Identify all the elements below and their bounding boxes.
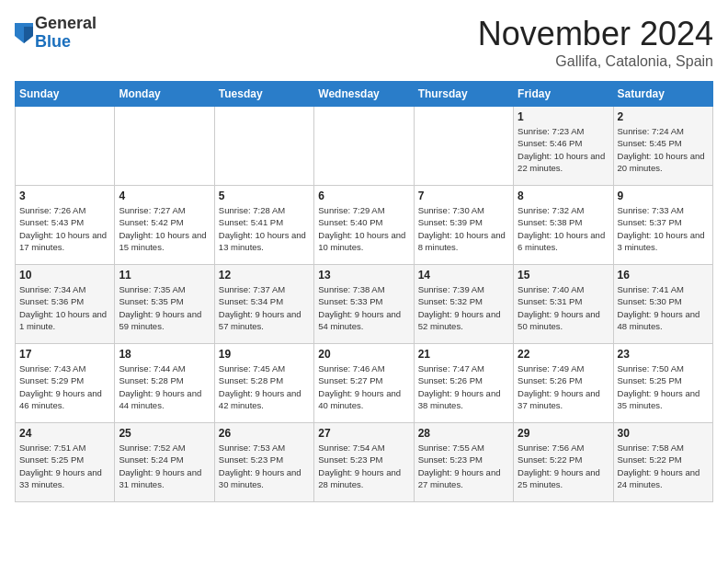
calendar-cell: 7Sunrise: 7:30 AM Sunset: 5:39 PM Daylig…	[414, 186, 513, 265]
calendar-cell	[214, 107, 313, 186]
day-number: 25	[119, 427, 210, 440]
week-row-3: 10Sunrise: 7:34 AM Sunset: 5:36 PM Dayli…	[16, 265, 713, 344]
calendar-table: Sunday Monday Tuesday Wednesday Thursday…	[15, 81, 713, 502]
calendar-cell: 11Sunrise: 7:35 AM Sunset: 5:35 PM Dayli…	[115, 265, 214, 344]
day-info: Sunrise: 7:29 AM Sunset: 5:40 PM Dayligh…	[318, 204, 409, 253]
logo-icon	[15, 23, 33, 43]
calendar-cell: 27Sunrise: 7:54 AM Sunset: 5:23 PM Dayli…	[314, 423, 414, 502]
day-info: Sunrise: 7:58 AM Sunset: 5:22 PM Dayligh…	[618, 442, 709, 490]
day-number: 7	[418, 190, 509, 202]
calendar-cell: 30Sunrise: 7:58 AM Sunset: 5:22 PM Dayli…	[613, 423, 712, 502]
location: Gallifa, Catalonia, Spain	[478, 53, 713, 70]
day-number: 3	[19, 190, 110, 202]
day-number: 26	[219, 427, 310, 440]
logo-general: General	[35, 14, 97, 32]
day-number: 18	[119, 348, 210, 361]
day-info: Sunrise: 7:30 AM Sunset: 5:39 PM Dayligh…	[418, 204, 509, 253]
header-row: Sunday Monday Tuesday Wednesday Thursday…	[16, 82, 713, 107]
calendar-cell: 6Sunrise: 7:29 AM Sunset: 5:40 PM Daylig…	[314, 186, 414, 265]
calendar-cell	[314, 107, 414, 186]
calendar-cell: 19Sunrise: 7:45 AM Sunset: 5:28 PM Dayli…	[214, 344, 313, 423]
day-number: 8	[518, 190, 609, 202]
col-monday: Monday	[115, 82, 214, 107]
title-block: November 2024 Gallifa, Catalonia, Spain	[478, 15, 713, 70]
day-info: Sunrise: 7:41 AM Sunset: 5:30 PM Dayligh…	[618, 283, 709, 332]
day-number: 10	[19, 269, 110, 282]
day-number: 21	[418, 348, 509, 361]
logo-text: General Blue	[35, 15, 97, 52]
calendar-cell: 2Sunrise: 7:24 AM Sunset: 5:45 PM Daylig…	[613, 107, 712, 186]
day-number: 22	[518, 348, 609, 361]
day-info: Sunrise: 7:34 AM Sunset: 5:36 PM Dayligh…	[19, 283, 110, 332]
col-tuesday: Tuesday	[214, 82, 313, 107]
calendar-cell	[414, 107, 513, 186]
calendar-cell: 10Sunrise: 7:34 AM Sunset: 5:36 PM Dayli…	[16, 265, 115, 344]
day-number: 13	[318, 269, 409, 282]
day-info: Sunrise: 7:49 AM Sunset: 5:26 PM Dayligh…	[518, 362, 609, 411]
day-number: 4	[119, 190, 210, 202]
day-number: 28	[418, 427, 509, 440]
day-info: Sunrise: 7:24 AM Sunset: 5:45 PM Dayligh…	[618, 125, 709, 174]
day-number: 19	[219, 348, 310, 361]
day-info: Sunrise: 7:35 AM Sunset: 5:35 PM Dayligh…	[119, 283, 210, 332]
calendar-cell: 3Sunrise: 7:26 AM Sunset: 5:43 PM Daylig…	[16, 186, 115, 265]
day-info: Sunrise: 7:28 AM Sunset: 5:41 PM Dayligh…	[219, 204, 310, 253]
calendar-cell: 23Sunrise: 7:50 AM Sunset: 5:25 PM Dayli…	[613, 344, 712, 423]
day-number: 12	[219, 269, 310, 282]
logo-blue: Blue	[35, 32, 71, 51]
col-sunday: Sunday	[16, 82, 115, 107]
col-saturday: Saturday	[613, 82, 712, 107]
day-info: Sunrise: 7:45 AM Sunset: 5:28 PM Dayligh…	[219, 362, 310, 411]
svg-marker-1	[24, 27, 33, 43]
calendar-cell: 5Sunrise: 7:28 AM Sunset: 5:41 PM Daylig…	[214, 186, 313, 265]
month-title: November 2024	[478, 15, 713, 53]
calendar-cell: 8Sunrise: 7:32 AM Sunset: 5:38 PM Daylig…	[514, 186, 613, 265]
day-info: Sunrise: 7:33 AM Sunset: 5:37 PM Dayligh…	[618, 204, 709, 253]
calendar-cell: 12Sunrise: 7:37 AM Sunset: 5:34 PM Dayli…	[214, 265, 313, 344]
calendar-cell: 21Sunrise: 7:47 AM Sunset: 5:26 PM Dayli…	[414, 344, 513, 423]
calendar-cell: 24Sunrise: 7:51 AM Sunset: 5:25 PM Dayli…	[16, 423, 115, 502]
day-info: Sunrise: 7:23 AM Sunset: 5:46 PM Dayligh…	[518, 125, 609, 174]
day-number: 14	[418, 269, 509, 282]
col-wednesday: Wednesday	[314, 82, 414, 107]
day-number: 29	[518, 427, 609, 440]
day-number: 24	[19, 427, 110, 440]
week-row-1: 1Sunrise: 7:23 AM Sunset: 5:46 PM Daylig…	[16, 107, 713, 186]
calendar-cell: 13Sunrise: 7:38 AM Sunset: 5:33 PM Dayli…	[314, 265, 414, 344]
day-number: 15	[518, 269, 609, 282]
calendar-cell: 25Sunrise: 7:52 AM Sunset: 5:24 PM Dayli…	[115, 423, 214, 502]
week-row-4: 17Sunrise: 7:43 AM Sunset: 5:29 PM Dayli…	[16, 344, 713, 423]
day-info: Sunrise: 7:44 AM Sunset: 5:28 PM Dayligh…	[119, 362, 210, 411]
calendar-cell: 17Sunrise: 7:43 AM Sunset: 5:29 PM Dayli…	[16, 344, 115, 423]
calendar-cell	[115, 107, 214, 186]
day-number: 27	[318, 427, 409, 440]
calendar-cell: 4Sunrise: 7:27 AM Sunset: 5:42 PM Daylig…	[115, 186, 214, 265]
calendar-cell: 1Sunrise: 7:23 AM Sunset: 5:46 PM Daylig…	[514, 107, 613, 186]
week-row-2: 3Sunrise: 7:26 AM Sunset: 5:43 PM Daylig…	[16, 186, 713, 265]
calendar-cell: 28Sunrise: 7:55 AM Sunset: 5:23 PM Dayli…	[414, 423, 513, 502]
day-info: Sunrise: 7:50 AM Sunset: 5:25 PM Dayligh…	[618, 362, 709, 411]
day-info: Sunrise: 7:38 AM Sunset: 5:33 PM Dayligh…	[318, 283, 409, 332]
day-info: Sunrise: 7:47 AM Sunset: 5:26 PM Dayligh…	[418, 362, 509, 411]
day-info: Sunrise: 7:53 AM Sunset: 5:23 PM Dayligh…	[219, 442, 310, 490]
day-number: 6	[318, 190, 409, 202]
calendar-cell: 16Sunrise: 7:41 AM Sunset: 5:30 PM Dayli…	[613, 265, 712, 344]
day-number: 9	[618, 190, 709, 202]
day-number: 16	[618, 269, 709, 282]
day-number: 30	[618, 427, 709, 440]
calendar-cell: 20Sunrise: 7:46 AM Sunset: 5:27 PM Dayli…	[314, 344, 414, 423]
col-friday: Friday	[514, 82, 613, 107]
calendar-cell: 14Sunrise: 7:39 AM Sunset: 5:32 PM Dayli…	[414, 265, 513, 344]
calendar-cell: 18Sunrise: 7:44 AM Sunset: 5:28 PM Dayli…	[115, 344, 214, 423]
day-info: Sunrise: 7:54 AM Sunset: 5:23 PM Dayligh…	[318, 442, 409, 490]
day-info: Sunrise: 7:32 AM Sunset: 5:38 PM Dayligh…	[518, 204, 609, 253]
day-info: Sunrise: 7:52 AM Sunset: 5:24 PM Dayligh…	[119, 442, 210, 490]
calendar-cell: 9Sunrise: 7:33 AM Sunset: 5:37 PM Daylig…	[613, 186, 712, 265]
calendar-cell: 26Sunrise: 7:53 AM Sunset: 5:23 PM Dayli…	[214, 423, 313, 502]
day-info: Sunrise: 7:46 AM Sunset: 5:27 PM Dayligh…	[318, 362, 409, 411]
calendar-cell	[16, 107, 115, 186]
day-info: Sunrise: 7:39 AM Sunset: 5:32 PM Dayligh…	[418, 283, 509, 332]
day-number: 5	[219, 190, 310, 202]
logo: General Blue	[15, 15, 97, 52]
day-info: Sunrise: 7:27 AM Sunset: 5:42 PM Dayligh…	[119, 204, 210, 253]
